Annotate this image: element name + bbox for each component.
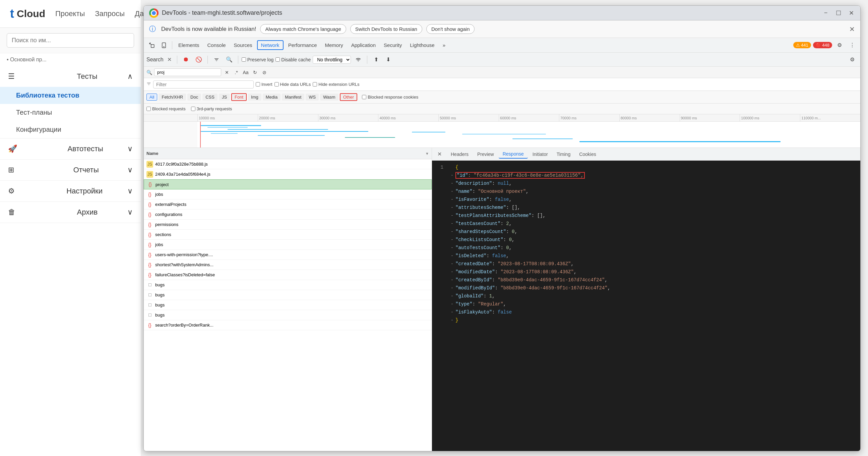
- filter-ws-button[interactable]: WS: [306, 94, 319, 100]
- tab-console[interactable]: Console: [204, 41, 229, 49]
- api-icon: {}: [147, 322, 153, 329]
- filter-input[interactable]: [153, 81, 254, 89]
- sidebar-item-library[interactable]: Библиотека тестов: [0, 87, 141, 104]
- third-party-checkbox[interactable]: [191, 107, 195, 111]
- filter-all-button[interactable]: All: [147, 94, 157, 100]
- minimize-button[interactable]: −: [822, 9, 830, 17]
- network-row[interactable]: {} externalProjects: [144, 200, 432, 210]
- tab-security[interactable]: Security: [380, 41, 405, 49]
- network-row[interactable]: {} jobs: [144, 240, 432, 250]
- record-button[interactable]: ⏺: [181, 54, 191, 65]
- gear-icon[interactable]: ⚙: [834, 40, 845, 51]
- filter-font-button[interactable]: Font: [231, 93, 247, 101]
- network-row[interactable]: {} failureClasses?isDeleted=false: [144, 270, 432, 280]
- clear-search-results-icon[interactable]: ⊘: [261, 69, 268, 76]
- network-row[interactable]: JS 2409.43a71e4da05f684e4.js: [144, 169, 432, 179]
- nav-projects[interactable]: Проекты: [55, 8, 85, 20]
- filter-js-button[interactable]: JS: [219, 94, 230, 100]
- network-row[interactable]: {} sections: [144, 230, 432, 240]
- sidebar-section-tests: ☰ Тесты ∧ Библиотека тестов Тест-планы К…: [0, 66, 141, 139]
- close-button[interactable]: ✕: [847, 9, 855, 17]
- network-row[interactable]: ☐ bugs: [144, 300, 432, 310]
- blocked-cookies-checkbox[interactable]: [362, 95, 366, 99]
- dont-show-again-button[interactable]: Don't show again: [426, 24, 475, 34]
- sidebar-section-header-reports[interactable]: ⊞ Отчеты ∨: [0, 160, 141, 180]
- device-mode-icon[interactable]: [158, 40, 169, 51]
- network-row[interactable]: ☐ bugs: [144, 290, 432, 300]
- sidebar-item-configurations[interactable]: Конфигурации: [0, 121, 141, 138]
- tab-elements[interactable]: Elements: [175, 41, 203, 49]
- search-network-icon[interactable]: 🔍: [224, 54, 235, 65]
- sidebar-section-header-tests[interactable]: ☰ Тесты ∧: [0, 66, 141, 87]
- tab-more[interactable]: »: [439, 41, 449, 49]
- filter-other-button[interactable]: Other: [340, 93, 358, 101]
- inspect-icon[interactable]: [147, 40, 157, 51]
- download-icon[interactable]: ⬇: [383, 54, 394, 65]
- maximize-button[interactable]: ☐: [835, 9, 842, 17]
- filter-fetchxhr-button[interactable]: Fetch/XHR: [158, 94, 186, 100]
- blocked-requests-checkbox[interactable]: [147, 107, 151, 111]
- warning-icon: ⚠: [796, 42, 800, 48]
- clear-button[interactable]: 🚫: [193, 54, 204, 65]
- network-row[interactable]: ☐ bugs: [144, 310, 432, 320]
- tab-cookies[interactable]: Cookies: [575, 150, 600, 158]
- line-number: [432, 293, 449, 300]
- filter-manifest-button[interactable]: Manifest: [282, 94, 304, 100]
- filter-media-button[interactable]: Media: [263, 94, 280, 100]
- tab-preview[interactable]: Preview: [473, 150, 498, 158]
- sidebar-section-header-settings[interactable]: ⚙ Настройки ∨: [0, 181, 141, 202]
- switch-to-russian-button[interactable]: Switch DevTools to Russian: [350, 24, 422, 34]
- sidebar-section-header-autotests[interactable]: 🚀 Автотесты ∨: [0, 139, 141, 159]
- tab-memory[interactable]: Memory: [322, 41, 346, 49]
- third-party-requests-label: 3rd-party requests: [191, 106, 232, 111]
- regex-icon[interactable]: .*: [232, 69, 240, 76]
- upload-icon[interactable]: ⬆: [371, 54, 381, 65]
- network-row[interactable]: ☐ bugs: [144, 280, 432, 290]
- filter-doc-button[interactable]: Doc: [187, 94, 201, 100]
- tab-response[interactable]: Response: [499, 150, 528, 159]
- network-settings-icon[interactable]: ⚙: [847, 54, 858, 65]
- tab-network[interactable]: Network: [257, 40, 283, 50]
- nav-requests[interactable]: Запросы: [95, 8, 125, 20]
- notification-close-button[interactable]: ✕: [849, 25, 855, 33]
- invert-checkbox[interactable]: [256, 82, 260, 87]
- network-row[interactable]: {} users-with-permission?type....: [144, 250, 432, 260]
- sidebar-item-testplans[interactable]: Тест-планы: [0, 104, 141, 121]
- tab-sources[interactable]: Sources: [230, 41, 256, 49]
- filter-icon[interactable]: [211, 54, 222, 65]
- hide-data-checkbox[interactable]: [275, 82, 279, 87]
- throttle-select[interactable]: No throttling: [313, 56, 351, 64]
- tab-initiator[interactable]: Initiator: [528, 150, 552, 158]
- search-input[interactable]: [7, 33, 134, 48]
- match-language-button[interactable]: Always match Chrome's language: [260, 24, 346, 34]
- refresh-search-icon[interactable]: ↻: [251, 69, 259, 76]
- search-field-proj[interactable]: [154, 68, 221, 76]
- network-row[interactable]: JS 4017.0c9f0a328e75b888.js: [144, 159, 432, 169]
- network-row[interactable]: {} configurations: [144, 210, 432, 220]
- tab-headers[interactable]: Headers: [447, 150, 472, 158]
- hide-ext-checkbox[interactable]: [313, 82, 317, 87]
- case-sensitive-icon[interactable]: Aa: [242, 69, 249, 76]
- network-row[interactable]: {} jobs: [144, 189, 432, 200]
- search-close-button[interactable]: ✕: [165, 56, 174, 64]
- sidebar-section-header-archive[interactable]: 🗑 Архив ∨: [0, 202, 141, 223]
- tab-lighthouse[interactable]: Lighthouse: [406, 41, 438, 49]
- tab-application[interactable]: Application: [348, 41, 379, 49]
- network-row[interactable]: {} shortest?withSystemAdmins...: [144, 260, 432, 270]
- row-name: users-with-permission?type....: [155, 252, 429, 257]
- tab-timing[interactable]: Timing: [553, 150, 575, 158]
- disable-cache-checkbox[interactable]: [276, 57, 280, 62]
- network-row-project[interactable]: {} project: [144, 179, 432, 189]
- search-clear-icon[interactable]: ✕: [223, 69, 230, 76]
- detail-close-button[interactable]: ✕: [435, 150, 444, 159]
- timeline-bar-1: [201, 125, 261, 126]
- preserve-log-checkbox[interactable]: [242, 57, 246, 62]
- filter-wasm-button[interactable]: Wasm: [320, 94, 338, 100]
- network-row[interactable]: {} permissions: [144, 220, 432, 230]
- filter-css-button[interactable]: CSS: [203, 94, 217, 100]
- line-content: "checkListsCount": 0,: [456, 236, 860, 243]
- tab-performance[interactable]: Performance: [285, 41, 320, 49]
- more-options-icon[interactable]: ⋮: [847, 40, 858, 51]
- filter-img-button[interactable]: Img: [248, 94, 261, 100]
- network-row[interactable]: {} search?orderBy=OrderRank...: [144, 320, 432, 330]
